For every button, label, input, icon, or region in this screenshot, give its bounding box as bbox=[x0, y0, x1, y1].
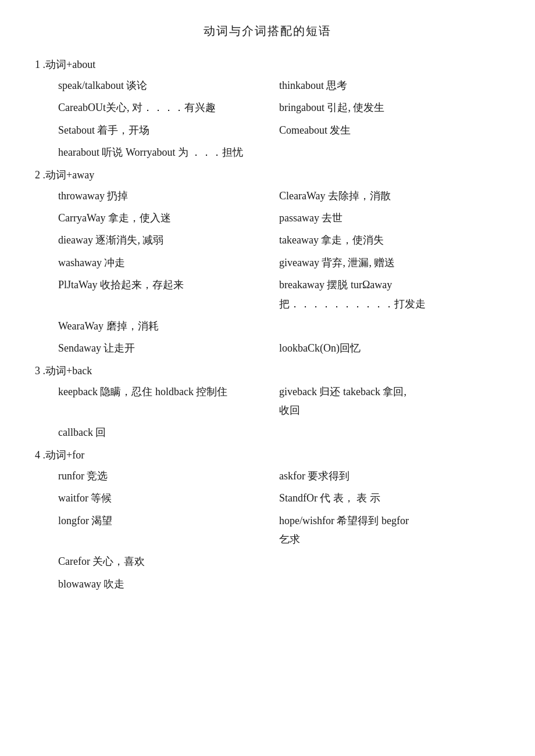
content-area: 1 .动词+about speak/talkabout 谈论 thinkabou… bbox=[35, 58, 500, 593]
for-row-2: waitfor 等候 StandfOr 代 表， 表 示 bbox=[58, 489, 500, 507]
away-item-9: PlJtaWay 收拾起来，存起来 bbox=[58, 275, 279, 313]
section-back-header: 3 .动词+back bbox=[35, 364, 500, 378]
away-item-11: WearaWay 磨掉，消耗 bbox=[58, 317, 279, 335]
section-for: 4 .动词+for runfor 竞选 askfor 要求得到 waitfor … bbox=[35, 448, 500, 593]
about-item-6: Comeabout 发生 bbox=[279, 121, 500, 139]
away-row-6: WearaWay 磨掉，消耗 bbox=[58, 317, 500, 335]
back-row-1: keepback 隐瞒，忍住 holdback 控制住 giveback 归还 … bbox=[58, 382, 500, 420]
about-row-4: hearabout 听说 Worryabout 为 ．．．担忧 bbox=[58, 143, 500, 162]
about-item-3: CareabOUt关心, 对．．．．有兴趣 bbox=[58, 98, 279, 117]
away-item-12 bbox=[279, 317, 500, 335]
away-item-8: giveaway 背弃, 泄漏, 赠送 bbox=[279, 253, 500, 272]
away-row-5: PlJtaWay 收拾起来，存起来 breakaway 摆脱 turΩaway把… bbox=[58, 275, 500, 313]
section-away: 2 .动词+away throwaway 扔掉 ClearaWay 去除掉，消散… bbox=[35, 168, 500, 358]
for-item-1: runfor 竞选 bbox=[58, 467, 279, 485]
for-item-4: StandfOr 代 表， 表 示 bbox=[279, 489, 500, 507]
about-item-5: Setabout 着手，开场 bbox=[58, 121, 279, 139]
away-item-3: CarryaWay 拿走，使入迷 bbox=[58, 209, 279, 227]
about-item-4: bringabout 引起, 使发生 bbox=[279, 98, 500, 117]
for-item-7: Carefor 关心，喜欢 bbox=[58, 552, 279, 571]
for-item-8 bbox=[279, 552, 500, 571]
away-item-7: washaway 冲走 bbox=[58, 253, 279, 272]
away-item-4: passaway 去世 bbox=[279, 209, 500, 227]
back-item-1: keepback 隐瞒，忍住 holdback 控制住 bbox=[58, 382, 279, 420]
for-row-1: runfor 竞选 askfor 要求得到 bbox=[58, 467, 500, 485]
away-row-4: washaway 冲走 giveaway 背弃, 泄漏, 赠送 bbox=[58, 253, 500, 272]
away-row-3: dieaway 逐渐消失, 减弱 takeaway 拿走，使消失 bbox=[58, 231, 500, 249]
about-item-1: speak/talkabout 谈论 bbox=[58, 76, 279, 95]
for-row-4: Carefor 关心，喜欢 bbox=[58, 552, 500, 571]
for-item-2: askfor 要求得到 bbox=[279, 467, 500, 485]
for-item-6: hope/wishfor 希望得到 begfor乞求 bbox=[279, 511, 500, 549]
about-row-1: speak/talkabout 谈论 thinkabout 思考 bbox=[58, 76, 500, 95]
away-item-1: throwaway 扔掉 bbox=[58, 187, 279, 205]
away-item-13: Sendaway 让走开 bbox=[58, 339, 279, 357]
for-item-5: longfor 渴望 bbox=[58, 511, 279, 549]
section-away-header: 2 .动词+away bbox=[35, 168, 500, 182]
away-item-6: takeaway 拿走，使消失 bbox=[279, 231, 500, 249]
about-row-3: Setabout 着手，开场 Comeabout 发生 bbox=[58, 121, 500, 139]
section-back: 3 .动词+back keepback 隐瞒，忍住 holdback 控制住 g… bbox=[35, 364, 500, 442]
back-item-2: giveback 归还 takeback 拿回,收回 bbox=[279, 382, 500, 420]
away-item-5: dieaway 逐渐消失, 减弱 bbox=[58, 231, 279, 249]
page-title: 动词与介词搭配的短语 bbox=[35, 23, 500, 39]
section-about-header: 1 .动词+about bbox=[35, 58, 500, 71]
away-row-7: Sendaway 让走开 lookbaCk(On)回忆 bbox=[58, 339, 500, 357]
for-item-3: waitfor 等候 bbox=[58, 489, 279, 507]
away-item-10: breakaway 摆脱 turΩaway把．．．．．．．．．．打发走 bbox=[279, 275, 500, 313]
for-row-3: longfor 渴望 hope/wishfor 希望得到 begfor乞求 bbox=[58, 511, 500, 549]
away-row-1: throwaway 扔掉 ClearaWay 去除掉，消散 bbox=[58, 187, 500, 205]
section-for-header: 4 .动词+for bbox=[35, 448, 500, 462]
away-item-2: ClearaWay 去除掉，消散 bbox=[279, 187, 500, 205]
away-row-2: CarryaWay 拿走，使入迷 passaway 去世 bbox=[58, 209, 500, 227]
away-item-14: lookbaCk(On)回忆 bbox=[279, 339, 500, 357]
back-row-2: callback 回 bbox=[58, 423, 500, 442]
section-about: 1 .动词+about speak/talkabout 谈论 thinkabou… bbox=[35, 58, 500, 162]
about-item-2: thinkabout 思考 bbox=[279, 76, 500, 95]
about-row-2: CareabOUt关心, 对．．．．有兴趣 bringabout 引起, 使发生 bbox=[58, 98, 500, 117]
for-row-5: blowaway 吹走 bbox=[58, 575, 500, 593]
